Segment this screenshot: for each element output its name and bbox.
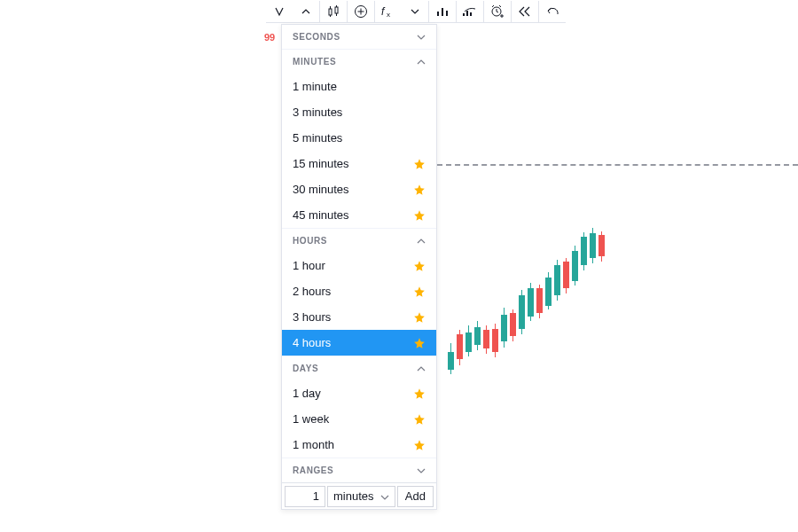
favorite-star-icon[interactable] bbox=[413, 158, 426, 170]
interval-item-label: 15 minutes bbox=[293, 157, 349, 170]
interval-item-label: 3 hours bbox=[293, 310, 331, 324]
interval-item-label: 45 minutes bbox=[293, 208, 349, 222]
interval-section-days[interactable]: DAYS bbox=[282, 356, 436, 380]
price-axis-label: 99 bbox=[264, 32, 275, 43]
interval-item[interactable]: 2 hours bbox=[282, 278, 436, 304]
svg-line-19 bbox=[497, 12, 498, 12]
interval-item[interactable]: 1 week bbox=[282, 406, 436, 432]
interval-item[interactable]: 45 minutes bbox=[282, 202, 436, 228]
candlestick-style-icon[interactable] bbox=[320, 0, 347, 23]
interval-item-label: 5 minutes bbox=[293, 131, 342, 145]
favorite-star-icon[interactable] bbox=[413, 209, 426, 222]
interval-item[interactable]: 3 hours bbox=[282, 304, 436, 330]
interval-item-label: 1 week bbox=[293, 412, 329, 426]
interval-item[interactable]: 30 minutes bbox=[282, 176, 436, 202]
interval-item[interactable]: 1 day bbox=[282, 380, 436, 406]
interval-item-label: 1 hour bbox=[293, 259, 325, 272]
interval-item[interactable]: 1 month bbox=[282, 432, 436, 458]
bar-chart-icon[interactable] bbox=[429, 0, 456, 23]
interval-caret-up-icon[interactable] bbox=[293, 0, 319, 23]
candlestick-series bbox=[437, 24, 668, 520]
interval-item-label: 1 day bbox=[293, 387, 321, 400]
undo-icon[interactable] bbox=[539, 0, 566, 23]
favorite-star-icon[interactable] bbox=[413, 286, 426, 298]
interval-section-seconds[interactable]: SECONDS bbox=[282, 25, 436, 49]
interval-item[interactable]: 15 minutes bbox=[282, 151, 436, 176]
chevron-down-icon bbox=[417, 35, 426, 40]
add-interval-row: minutesAdd bbox=[282, 482, 436, 509]
svg-line-20 bbox=[492, 5, 494, 7]
interval-section-minutes[interactable]: MINUTES bbox=[282, 49, 436, 74]
svg-rect-3 bbox=[335, 7, 338, 13]
chevron-up-icon bbox=[417, 59, 426, 65]
interval-item[interactable]: 5 minutes bbox=[282, 125, 436, 151]
interval-add-button[interactable]: Add bbox=[397, 486, 434, 507]
alert-clock-icon[interactable] bbox=[484, 0, 511, 23]
interval-dropdown: SECONDSMINUTES1 minute3 minutes5 minutes… bbox=[281, 24, 437, 510]
replay-rewind-icon[interactable] bbox=[512, 0, 538, 23]
section-label: MINUTES bbox=[293, 57, 336, 66]
symbol-letter-icon[interactable] bbox=[266, 0, 293, 23]
interval-item-label: 1 minute bbox=[293, 80, 337, 93]
interval-item[interactable]: 3 minutes bbox=[282, 99, 436, 125]
interval-item-label: 1 month bbox=[293, 438, 334, 451]
interval-value-input[interactable] bbox=[285, 486, 325, 507]
forecast-trend-icon[interactable] bbox=[457, 0, 483, 23]
chevron-down-icon bbox=[380, 489, 389, 503]
section-label: DAYS bbox=[293, 364, 318, 373]
svg-line-21 bbox=[499, 5, 501, 7]
interval-item-label: 4 hours bbox=[293, 336, 331, 349]
interval-unit-label: minutes bbox=[333, 489, 374, 503]
favorite-star-icon[interactable] bbox=[413, 311, 426, 324]
chart-area[interactable] bbox=[437, 24, 798, 532]
chevron-up-icon bbox=[417, 239, 426, 244]
svg-rect-0 bbox=[329, 9, 332, 15]
interval-section-ranges[interactable]: RANGES bbox=[282, 458, 436, 482]
chevron-down-icon bbox=[417, 468, 426, 473]
section-label: SECONDS bbox=[293, 32, 340, 42]
favorite-star-icon[interactable] bbox=[413, 260, 426, 272]
chart-toolbar: fx bbox=[266, 0, 566, 23]
interval-item[interactable]: 1 minute bbox=[282, 74, 436, 99]
section-label: RANGES bbox=[293, 466, 333, 475]
favorite-star-icon[interactable] bbox=[413, 413, 426, 426]
interval-item[interactable]: 4 hours bbox=[282, 330, 436, 356]
indicators-caret-down-icon[interactable] bbox=[402, 0, 428, 23]
chevron-up-icon bbox=[417, 366, 426, 372]
interval-unit-select[interactable]: minutes bbox=[327, 486, 395, 507]
section-label: HOURS bbox=[293, 236, 327, 246]
interval-item[interactable]: 1 hour bbox=[282, 253, 436, 278]
favorite-star-icon[interactable] bbox=[413, 184, 426, 196]
svg-text:x: x bbox=[387, 11, 390, 18]
interval-item-label: 30 minutes bbox=[293, 183, 349, 196]
indicators-fx-icon[interactable]: fx bbox=[375, 0, 402, 23]
favorite-star-icon[interactable] bbox=[413, 439, 426, 451]
interval-item-label: 2 hours bbox=[293, 285, 331, 298]
svg-text:f: f bbox=[381, 5, 386, 18]
interval-item-label: 3 minutes bbox=[293, 106, 342, 119]
compare-plus-icon[interactable] bbox=[348, 0, 374, 23]
favorite-star-icon[interactable] bbox=[413, 337, 426, 349]
favorite-star-icon[interactable] bbox=[413, 387, 426, 400]
interval-section-hours[interactable]: HOURS bbox=[282, 228, 436, 253]
